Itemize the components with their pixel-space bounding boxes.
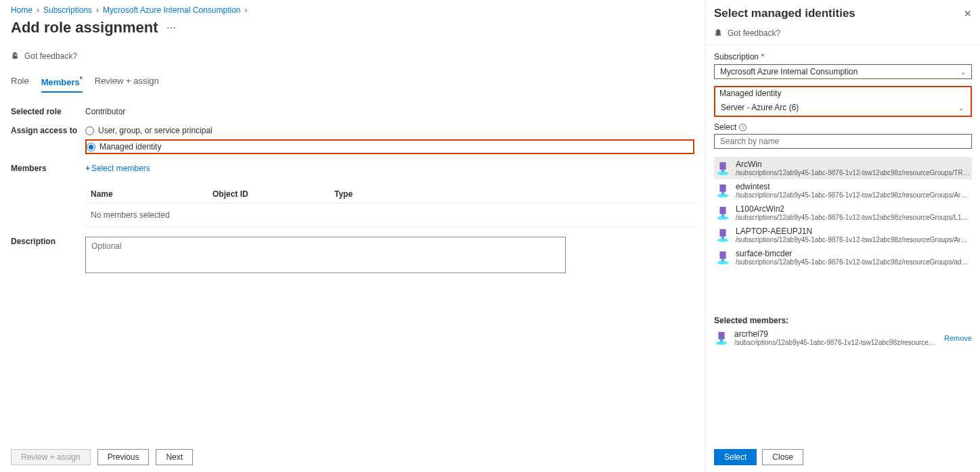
previous-button[interactable]: Previous: [97, 449, 150, 465]
table-empty-row: No members selected: [85, 204, 694, 227]
server-arc-icon: [715, 228, 730, 243]
identity-path: /subscriptions/12ab9y45-1abc-9876-1v12-t…: [736, 236, 971, 243]
feedback-label: Got feedback?: [24, 51, 77, 61]
selected-member-row: arcrhel79 /subscriptions/12ab9y45-1abc-9…: [714, 329, 972, 346]
selected-member-path: /subscriptions/12ab9y45-1abc-9876-1v12-t…: [734, 339, 939, 346]
tab-members[interactable]: Members*: [41, 76, 83, 93]
svg-rect-8: [721, 214, 724, 216]
managed-identity-label: Managed identity: [717, 89, 969, 98]
selected-members-title: Selected members:: [714, 316, 972, 325]
chevron-right-icon: ›: [37, 5, 39, 15]
radio-icon: [85, 126, 94, 135]
identity-row[interactable]: LAPTOP-AEEUPJ1N /subscriptions/12ab9y45-…: [714, 224, 972, 246]
col-name: Name: [91, 189, 213, 199]
identity-name: surface-bmcder: [736, 249, 971, 258]
select-label: Select: [714, 122, 736, 132]
close-icon[interactable]: ✕: [964, 8, 972, 19]
identity-row[interactable]: ArcWin /subscriptions/12ab9y45-1abc-9876…: [714, 157, 972, 179]
server-arc-icon: [714, 331, 729, 346]
identity-list: ArcWin /subscriptions/12ab9y45-1abc-9876…: [714, 157, 972, 268]
info-icon[interactable]: i: [739, 124, 747, 131]
feedback-link[interactable]: Got feedback?: [11, 51, 694, 61]
chevron-down-icon: ⌄: [958, 104, 964, 112]
panel-feedback-link[interactable]: Got feedback?: [706, 24, 980, 45]
identity-row[interactable]: L100ArcWin2 /subscriptions/12ab9y45-1abc…: [714, 202, 972, 224]
remove-link[interactable]: Remove: [944, 334, 972, 342]
subscription-label: Subscription *: [714, 52, 972, 62]
tab-role[interactable]: Role: [11, 76, 29, 93]
identity-path: /subscriptions/12ab9y45-1abc-9876-1v12-t…: [736, 258, 971, 266]
subscription-dropdown[interactable]: Mycrosoft Azure Internal Consumption ⌄: [714, 64, 972, 79]
more-actions-button[interactable]: ⋯: [166, 22, 176, 33]
identity-name: L100ArcWin2: [736, 204, 971, 214]
select-members-link[interactable]: + Select members: [85, 164, 150, 173]
identity-path: /subscriptions/12ab9y45-1abc-9876-1v12-t…: [736, 191, 971, 199]
identity-row[interactable]: edwintest /subscriptions/12ab9y45-1abc-9…: [714, 179, 972, 202]
svg-rect-14: [721, 258, 724, 261]
server-arc-icon: [715, 250, 730, 265]
tab-bar: Role Members* Review + assign: [11, 76, 694, 93]
breadcrumb-home[interactable]: Home: [11, 5, 32, 15]
search-input[interactable]: [714, 134, 972, 149]
svg-rect-11: [721, 236, 724, 239]
select-managed-identities-panel: Select managed identities ✕ Got feedback…: [705, 0, 980, 472]
radio-managed-identity[interactable]: Managed identity: [87, 142, 161, 151]
server-arc-icon: [715, 183, 730, 198]
selected-role-value: Contributor: [85, 107, 694, 116]
tab-review[interactable]: Review + assign: [95, 76, 159, 93]
svg-rect-0: [719, 162, 726, 169]
col-object-id: Object ID: [213, 189, 334, 199]
svg-rect-9: [719, 229, 726, 236]
close-button[interactable]: Close: [762, 449, 803, 465]
breadcrumb: Home › Subscriptions › Mycrosoft Azure I…: [11, 5, 694, 15]
selected-member-name: arcrhel79: [734, 329, 939, 339]
svg-rect-2: [721, 169, 724, 172]
svg-rect-15: [718, 331, 724, 339]
feedback-icon: [11, 51, 20, 61]
description-label: Description: [11, 237, 85, 275]
breadcrumb-sub-name[interactable]: Mycrosoft Azure Internal Consumption: [103, 5, 240, 15]
members-table: Name Object ID Type No members selected: [85, 185, 694, 227]
select-button[interactable]: Select: [714, 449, 757, 465]
panel-title: Select managed identities: [714, 7, 855, 20]
col-type: Type: [334, 189, 456, 199]
identity-path: /subscriptions/12ab9y45-1abc-9876-1v12-t…: [736, 169, 971, 176]
radio-user-group[interactable]: User, group, or service principal: [85, 126, 694, 135]
members-label: Members: [11, 164, 85, 227]
svg-rect-12: [719, 251, 726, 258]
managed-identity-dropdown[interactable]: Server - Azure Arc (6) ⌄: [717, 101, 969, 114]
page-title: Add role assignment: [11, 19, 158, 37]
next-button[interactable]: Next: [156, 449, 193, 465]
svg-rect-5: [721, 191, 724, 194]
chevron-right-icon: ›: [96, 5, 99, 15]
radio-icon: [87, 143, 95, 151]
identity-name: ArcWin: [736, 160, 971, 169]
svg-rect-17: [720, 339, 723, 341]
svg-rect-6: [719, 206, 726, 214]
plus-icon: +: [85, 164, 90, 173]
feedback-icon: [714, 28, 723, 38]
server-arc-icon: [715, 206, 730, 220]
selected-role-label: Selected role: [11, 107, 85, 116]
assign-access-label: Assign access to: [11, 126, 85, 154]
description-input[interactable]: [85, 237, 566, 273]
chevron-down-icon: ⌄: [960, 68, 966, 76]
svg-rect-3: [719, 184, 726, 191]
identity-name: LAPTOP-AEEUPJ1N: [736, 227, 971, 236]
identity-row[interactable]: surface-bmcder /subscriptions/12ab9y45-1…: [714, 246, 972, 268]
chevron-right-icon: ›: [245, 5, 248, 15]
highlight-managed-identity-dropdown: Managed identity Server - Azure Arc (6) …: [714, 86, 972, 117]
identity-path: /subscriptions/12ab9y45-1abc-9876-1v12-t…: [736, 214, 971, 221]
identity-name: edwintest: [736, 182, 971, 191]
highlight-managed-identity: Managed identity: [85, 139, 694, 154]
review-assign-button[interactable]: Review + assign: [11, 449, 91, 465]
server-arc-icon: [715, 161, 730, 176]
breadcrumb-subscriptions[interactable]: Subscriptions: [43, 5, 92, 15]
